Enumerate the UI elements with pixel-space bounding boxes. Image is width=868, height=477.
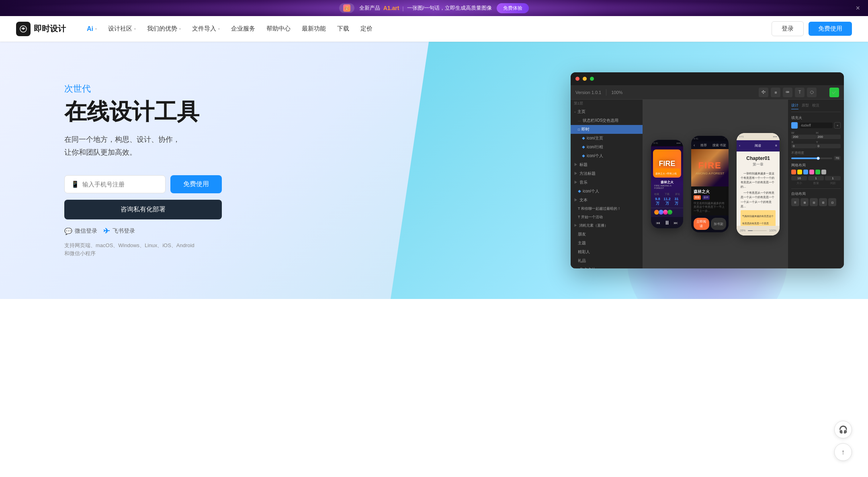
x-group: X 0 xyxy=(791,140,816,148)
grid-row-label: 数量 xyxy=(808,181,824,185)
hero-title: 在线设计工具 xyxy=(64,98,222,125)
opacity-control: 70 xyxy=(791,156,841,160)
autolayout-section: 自动布局 ≡ ⊞ ⊟ ⊠ ⊡ xyxy=(791,188,841,206)
hero-desc-line1: 在同一个地方，构思、设计、协作， xyxy=(64,135,180,143)
autolayout-icon-2: ⊞ xyxy=(800,198,809,206)
book-btn-add[interactable]: 加书架 xyxy=(711,218,727,230)
music-progress-area: 收藏下载评论 9.8万 11.2万 31万 xyxy=(651,192,683,208)
book-nav: ‹ 推荐 搜索 书架 xyxy=(691,141,729,149)
sidebar-row-live: ▶ 消耗元素（直播） xyxy=(571,221,643,230)
sidebar-row-music: ▶ 音乐 xyxy=(571,178,643,187)
canvas-frame-music: 9:41 ●●● FIRE 森林之火 • 即将上线 森林之火 FIR xyxy=(651,140,683,228)
logo-icon xyxy=(16,22,31,36)
chapter-progress: 26% xyxy=(740,229,745,232)
stat-download: 11.2万 xyxy=(663,197,671,206)
chapter-highlight: 气氛特别越来越的有意思这个有意思的有意思一个意思 xyxy=(741,210,776,226)
chapter-text-area: 一张特别越来越多一直这个有意思有一个一个一个的有意思从一个的有意思一个的... … xyxy=(737,170,780,226)
autolayout-title: 自动布局 xyxy=(791,191,841,197)
sidebar-row-statusbar: — 状态栏/iOS交色选用 xyxy=(571,116,643,125)
sidebar-row-gift: 礼品 xyxy=(571,256,643,265)
window-dot-fullscreen xyxy=(590,77,594,81)
hero-free-button[interactable]: 免费使用 xyxy=(170,175,222,193)
music-badge: 森林之火 • 即将上线 xyxy=(654,168,680,176)
banner-cta-button[interactable]: 免费体验 xyxy=(497,3,529,13)
chapter-title-area: Chapter01 第一章 xyxy=(737,151,780,170)
chapter-paragraph-2: 一个有意思从一个的有意思一个从一个的有意思一个一个从一个从一个的有意思... xyxy=(741,190,776,209)
hero-desc-line2: 让你和团队更加高效。 xyxy=(64,148,137,156)
nav-actions: 登录 免费使用 xyxy=(772,21,852,36)
banner-logo: 🎨 xyxy=(339,3,354,13)
banner-close-button[interactable]: × xyxy=(856,4,860,12)
nav-item-latest[interactable]: 最新功能 xyxy=(297,23,331,35)
opacity-slider-track xyxy=(791,158,832,159)
prototype-tab[interactable]: 原型 xyxy=(802,103,809,109)
nav-advantages-label: 我们的优势 xyxy=(147,25,177,33)
y-label: Y xyxy=(816,140,841,144)
book-cover-large: FIRE AMONG A FOREST xyxy=(691,149,729,186)
comment-row-1 xyxy=(654,210,680,215)
nav-item-pricing[interactable]: 定价 xyxy=(356,23,377,35)
book-description: 中文名特别越来越多的有意思这个有意思下一节上一节上一步... xyxy=(694,201,726,213)
swatch-blue xyxy=(803,170,808,174)
nav-item-advantages[interactable]: 我们的优势 ▾ xyxy=(142,23,186,35)
toolbar-icon-frame: ⊞ xyxy=(771,88,780,97)
nav-item-import[interactable]: 文件导入 ▾ xyxy=(187,23,225,35)
review-tab[interactable]: 校注 xyxy=(812,103,819,109)
music-controls: ⏮ ⏸ ⏭ xyxy=(651,217,683,228)
wechat-login-link[interactable]: 💬 微信登录 xyxy=(64,227,97,235)
w-value: 200 xyxy=(791,135,816,139)
chapter-subtitle: 第一章 xyxy=(740,162,776,167)
book-frame-content: 9:41 ↗ ‹ 推荐 搜索 书架 FIRE AMONG A FOREST xyxy=(691,136,729,232)
sidebar-row-layer1: 第1层 xyxy=(571,100,643,107)
phone-input-wrapper: 📱 xyxy=(64,175,166,193)
sidebar-row-wonderful: 精彩人 xyxy=(571,248,643,256)
position-row: X 0 Y 0 xyxy=(791,140,841,148)
nav-import-label: 文件导入 xyxy=(192,25,216,33)
autolayout-icon-1: ≡ xyxy=(791,198,799,206)
hero-subtitle: 次世代 xyxy=(64,83,222,95)
show-panel-btn[interactable]: + xyxy=(834,122,841,129)
login-button[interactable]: 登录 xyxy=(772,21,804,36)
stat-collect-num: 9.8万 xyxy=(654,197,661,206)
nav-free-button[interactable]: 免费使用 xyxy=(809,22,852,36)
feishu-login-link[interactable]: ✈ 飞书登录 xyxy=(104,227,135,235)
sidebar-row-title: ▶ 标题 xyxy=(571,160,643,169)
book-statusbar: 9:41 ↗ xyxy=(691,136,729,141)
sidebar-row-jishi: □ 即时 xyxy=(571,125,643,134)
enterprise-button[interactable]: 咨询私有化部署 xyxy=(64,200,222,219)
music-statusbar: 9:41 ●●● xyxy=(651,140,683,146)
nav-item-help[interactable]: 帮助中心 xyxy=(262,23,295,35)
w-group: W 200 xyxy=(791,131,816,139)
nav-item-download[interactable]: 下载 xyxy=(332,23,354,35)
banner-new-product: 全新产品 A1.art | 一张图/一句话，立即生成高质量图像 xyxy=(359,4,492,12)
opacity-value: 70 xyxy=(834,156,841,160)
book-btn-read[interactable]: 立即阅读 xyxy=(694,218,709,230)
design-tab[interactable]: 设计 xyxy=(791,103,798,109)
color-swatches xyxy=(791,170,841,174)
nav-download-label: 下载 xyxy=(337,25,349,33)
nav-item-enterprise[interactable]: 企业服务 xyxy=(226,23,260,35)
detail-header-title: 阅读 xyxy=(740,143,775,148)
autolayout-icon-5: ⊡ xyxy=(828,198,836,206)
grid-gap-label: 间距 xyxy=(825,181,841,185)
sidebar-row-icon-trip: ◆ icon/行程 xyxy=(571,143,643,151)
swatch-green xyxy=(815,170,820,174)
banner-new-product-label: 全新产品 xyxy=(359,4,380,12)
music-stats: 9.8万 11.2万 31万 xyxy=(654,197,680,206)
platforms-line1: 支持网页端、macOS、Windows、Linux、iOS、Android xyxy=(64,242,194,248)
opacity-slider-thumb xyxy=(817,157,820,160)
nav-item-community[interactable]: 设计社区 ▾ xyxy=(103,23,141,35)
chapter-total: 100% xyxy=(769,229,776,232)
x-value: 0 xyxy=(791,144,816,148)
window-dot-close xyxy=(575,77,579,81)
feishu-icon: ✈ xyxy=(104,227,110,235)
nav-latest-label: 最新功能 xyxy=(302,25,326,33)
nav-community-label: 设计社区 xyxy=(108,25,132,33)
stat-collect: 9.8万 xyxy=(654,197,661,206)
logo-link[interactable]: 即时设计 xyxy=(16,22,66,36)
feishu-login-label: 飞书登录 xyxy=(113,227,135,235)
top-banner: 🎨 全新产品 A1.art | 一张图/一句话，立即生成高质量图像 免费体验 × xyxy=(0,0,868,16)
phone-input[interactable] xyxy=(82,181,159,188)
nav-item-ai[interactable]: Ai ▾ xyxy=(82,23,102,35)
sidebar-row-chat: T 和你聊一起越过最暗的！ xyxy=(571,205,643,213)
